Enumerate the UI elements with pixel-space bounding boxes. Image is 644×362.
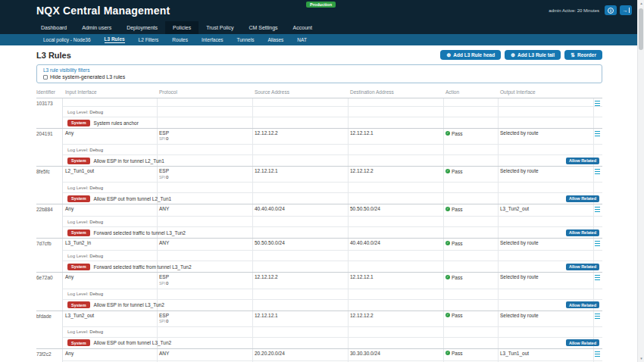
subnav-item-tunnels[interactable]: Tunnels bbox=[230, 34, 261, 45]
subnav-item-aliases[interactable]: Aliases bbox=[261, 34, 290, 45]
destination-address-cell: 12.12.12.2 bbox=[348, 167, 443, 182]
rule-row: 6e72a0AnyESPSPI012.12.12.212.12.12.1✓Pas… bbox=[36, 272, 602, 310]
scrollbar-down-arrow[interactable]: ▼ bbox=[638, 355, 644, 362]
title-row: L3 Rules ⊕ Add L3 Rule head ⊕ Add L3 Rul… bbox=[36, 49, 602, 61]
add-l3-rule-tail-button[interactable]: ⊕ Add L3 Rule tail bbox=[505, 50, 561, 60]
log-level-value: Debug bbox=[89, 254, 103, 258]
rule-details: AnyESPSPI012.12.12.212.12.12.1✓PassSelec… bbox=[63, 273, 602, 310]
subnav-item-label: Tunnels bbox=[237, 37, 255, 42]
rule-main-row: AnyESPSPI012.12.12.212.12.12.1✓PassSelec… bbox=[63, 273, 602, 288]
nav-item-dashboard[interactable]: Dashboard bbox=[33, 21, 74, 34]
output-interface-cell bbox=[498, 98, 593, 106]
allow-related-badge[interactable]: Allow Related bbox=[566, 264, 599, 270]
log-level-label: Log Level: bbox=[67, 292, 89, 296]
info-button[interactable]: i bbox=[605, 5, 617, 15]
source-address-cell: 40.40.40.0/24 bbox=[252, 204, 348, 216]
source-address-cell: 12.12.12.1 bbox=[252, 311, 348, 326]
log-level-label: Log Level: bbox=[67, 148, 89, 152]
subnav-item-l3-rules[interactable]: L3 Rules bbox=[98, 34, 132, 45]
allow-related-badge[interactable]: Allow Related bbox=[566, 301, 599, 308]
log-level-label: Log Level: bbox=[67, 254, 89, 258]
protocol-value: ESP bbox=[159, 130, 250, 136]
subnav-item-nat[interactable]: NAT bbox=[290, 34, 314, 45]
nav-item-admin-users[interactable]: Admin users bbox=[74, 21, 119, 34]
row-menu-button[interactable] bbox=[593, 311, 602, 326]
destination-address-cell: 12.12.12.1 bbox=[348, 129, 443, 144]
hamburger-menu-icon bbox=[595, 101, 600, 106]
logout-icon: → bbox=[623, 8, 630, 13]
row-menu-button[interactable] bbox=[593, 273, 602, 288]
subnav-item-l2-filters[interactable]: L2 Filters bbox=[132, 34, 166, 45]
scrollbar-up-arrow[interactable]: ▲ bbox=[638, 0, 644, 7]
hamburger-menu-icon bbox=[595, 131, 600, 136]
visibility-filters-panel: L3 rule visibility filters Hide system-g… bbox=[36, 64, 602, 83]
input-interface-cell: Any bbox=[63, 273, 157, 288]
rule-main-row: L3_Tun2_outESPSPI012.12.12.112.12.12.2✓P… bbox=[63, 311, 602, 326]
nav-item-deployments[interactable]: Deployments bbox=[119, 21, 165, 34]
log-level-value: Debug bbox=[89, 220, 103, 224]
nav-item-trust-policy[interactable]: Trust Policy bbox=[199, 21, 241, 34]
add-l3-rule-head-button[interactable]: ⊕ Add L3 Rule head bbox=[440, 50, 501, 60]
spi-label: SPI bbox=[159, 175, 165, 179]
protocol-value: ESP bbox=[159, 274, 250, 280]
protocol-value: ESP bbox=[159, 168, 250, 174]
vertical-scrollbar[interactable]: ▲ ▼ bbox=[637, 0, 644, 362]
allow-related-badge[interactable]: Allow Related bbox=[566, 158, 599, 164]
row-menu-button[interactable] bbox=[593, 129, 602, 144]
allow-related-badge[interactable]: Allow Related bbox=[566, 229, 599, 236]
destination-address-cell: 12.12.12.1 bbox=[348, 273, 443, 288]
row-menu-button[interactable] bbox=[593, 239, 602, 250]
column-header-menu bbox=[593, 89, 602, 95]
protocol-cell bbox=[157, 98, 252, 106]
subnav-item-label: Local policy - Node36 bbox=[43, 37, 91, 42]
action-cell: ✓Pass bbox=[443, 129, 498, 144]
action-cell: ✓Pass bbox=[443, 273, 498, 288]
action-value: Pass bbox=[452, 275, 462, 280]
protocol-cell: ESPSPI0 bbox=[157, 273, 252, 288]
nav-item-account[interactable]: Account bbox=[286, 21, 320, 34]
pass-check-icon: ✓ bbox=[445, 275, 450, 279]
source-address-cell: 20.20.20.0/24 bbox=[252, 349, 348, 360]
source-address-cell bbox=[252, 98, 348, 106]
subnav-item-label: NAT bbox=[297, 37, 307, 42]
nav-item-cm-settings[interactable]: CM Settings bbox=[241, 21, 285, 34]
up-down-arrows-icon: ⇅ bbox=[571, 52, 575, 58]
rule-description: Forward selected traffic to tunnel L3_Tu… bbox=[94, 230, 562, 236]
log-level-row: Log Level: Debug bbox=[63, 216, 602, 226]
log-level-row: Log Level: Debug bbox=[63, 289, 602, 299]
row-menu-button[interactable] bbox=[593, 349, 602, 360]
reorder-button[interactable]: ⇅ Reorder bbox=[564, 50, 602, 60]
row-menu-button[interactable] bbox=[593, 204, 602, 216]
protocol-cell: ANY bbox=[157, 349, 252, 360]
rule-row: 73f2c2AnyANY20.20.20.0/2430.30.30.0/24✓P… bbox=[36, 348, 602, 362]
hide-system-rules-label: Hide system-generated L3 rules bbox=[50, 74, 125, 80]
subnav-item-interfaces[interactable]: Interfaces bbox=[195, 34, 230, 45]
allow-related-badge[interactable]: Allow Related bbox=[566, 339, 599, 346]
rule-main-row: AnyANY20.20.20.0/2430.30.30.0/24✓PassL3_… bbox=[63, 349, 602, 360]
rule-row: 22b884AnyANY40.40.40.0/2450.50.50.0/24✓P… bbox=[36, 204, 602, 238]
row-menu-button[interactable] bbox=[593, 167, 602, 182]
subnav-item-label: L3 Rules bbox=[105, 36, 125, 43]
system-description-row: SystemSystem rules anchor bbox=[63, 117, 602, 128]
subnav-item-local-policy-node36[interactable]: Local policy - Node36 bbox=[36, 34, 98, 45]
row-menu-button[interactable] bbox=[593, 98, 602, 106]
system-badge: System bbox=[67, 264, 90, 270]
column-header-source-address: Source Address bbox=[252, 89, 348, 95]
action-cell: ✓Pass bbox=[443, 311, 498, 326]
protocol-cell: ESPSPI0 bbox=[157, 129, 252, 144]
rule-main-row bbox=[63, 98, 602, 106]
action-value: Pass bbox=[452, 241, 462, 246]
subnav-item-routes[interactable]: Routes bbox=[165, 34, 195, 45]
subnav-item-label: Routes bbox=[172, 37, 188, 42]
spi-value: 0 bbox=[166, 175, 168, 179]
column-header-destination-address: Destination Address bbox=[348, 89, 443, 95]
log-level-row: Log Level: Debug bbox=[63, 250, 602, 261]
action-cell: ✓Pass bbox=[443, 239, 498, 250]
scrollbar-thumb[interactable] bbox=[639, 8, 643, 50]
nav-item-policies[interactable]: Policies bbox=[165, 21, 199, 34]
allow-related-badge[interactable]: Allow Related bbox=[566, 195, 599, 202]
l3-rules-table: IdentifierInput InterfaceProtocolSource … bbox=[36, 88, 602, 362]
hide-system-rules-checkbox[interactable] bbox=[43, 75, 48, 80]
page-content: L3 Rules ⊕ Add L3 Rule head ⊕ Add L3 Rul… bbox=[0, 45, 602, 362]
logout-button[interactable]: → bbox=[620, 5, 632, 15]
